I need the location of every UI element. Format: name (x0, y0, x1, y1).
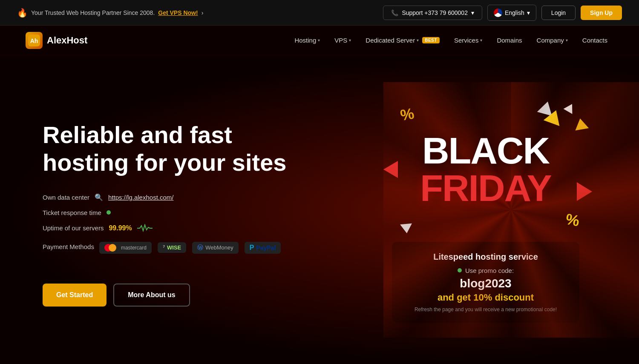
topbar-right: 📞 Support +373 79 600002 ▾ English ▾ Log… (383, 5, 622, 21)
wise-icon: ⁷ (163, 244, 165, 251)
vps-link[interactable]: Get VPS Now! (158, 9, 198, 16)
webmoney-badge: Ⓦ WebMoney (192, 242, 239, 254)
flag-icon (494, 9, 502, 17)
green-dot-icon (106, 210, 111, 215)
refresh-text: Refresh the page and you will receive a … (409, 307, 562, 312)
nav-item-hosting[interactable]: Hosting ▾ (288, 33, 326, 47)
promo-box: Litespeed hosting service Use promo code… (392, 242, 579, 323)
nav-item-vps[interactable]: VPS ▾ (328, 33, 357, 47)
webmoney-icon: Ⓦ (197, 244, 203, 252)
search-icon: 🔍 (95, 193, 103, 201)
vps-arrow: › (201, 9, 204, 16)
topbar: 🔥 Your Trusted Web Hosting Partner Since… (0, 0, 639, 26)
more-about-button[interactable]: More About us (113, 284, 190, 307)
nav-label-domains: Domains (497, 37, 522, 44)
green-dot-promo (458, 268, 462, 272)
nav-label-vps: VPS (334, 37, 347, 44)
wise-label: WISE (167, 244, 181, 251)
black-text: BLACK (420, 132, 551, 169)
nav-label-services: Services (454, 37, 479, 44)
feature-ticket: Ticket response time (43, 209, 324, 216)
logo[interactable]: Ah AlexHost (26, 32, 87, 49)
tagline: Your Trusted Web Hosting Partner Since 2… (31, 9, 155, 16)
chevron-down-icon: ▾ (480, 38, 482, 43)
triangle-decoration (577, 182, 592, 201)
triangle-decoration (383, 161, 398, 178)
topbar-left: 🔥 Your Trusted Web Hosting Partner Since… (17, 8, 203, 18)
support-button[interactable]: 📞 Support +373 79 600002 ▾ (383, 6, 482, 20)
friday-text: FRIDAY (420, 169, 551, 207)
nav-item-contacts[interactable]: Contacts (576, 33, 613, 47)
paypal-icon: P (250, 244, 254, 252)
navbar: Ah AlexHost Hosting ▾ VPS ▾ Dedicated Se… (0, 26, 639, 55)
phone-icon: 📞 (391, 9, 398, 16)
use-code-row: Use promo code: (409, 267, 562, 274)
percent-badge-topleft: % (399, 104, 416, 124)
datacenter-label: Own data center (43, 194, 89, 201)
login-button[interactable]: Login (541, 6, 576, 20)
uptime-value: 99.99% (109, 224, 132, 232)
nav-item-dedicated[interactable]: Dedicated Server ▾ BEST (360, 33, 446, 47)
wise-badge: ⁷ WISE (158, 242, 186, 253)
litespeed-label: Litespeed hosting service (409, 252, 562, 262)
payment-label: Payment Methods (43, 243, 94, 250)
percent-badge-bottomright: % (564, 210, 581, 230)
chevron-down-icon: ▾ (527, 9, 530, 16)
promo-code-value: blog2023 (409, 277, 562, 290)
discount-text: and get 10% discount (409, 292, 562, 303)
get-started-button[interactable]: Get Started (43, 284, 106, 307)
nav-label-company: Company (537, 37, 564, 44)
triangle-decoration (400, 223, 413, 233)
chevron-down-icon: ▾ (318, 38, 320, 43)
use-code-label: Use promo code: (465, 267, 514, 274)
triangle-decoration (573, 117, 589, 130)
language-button[interactable]: English ▾ (487, 5, 536, 21)
hero-title: Reliable and fast hosting for your sites (43, 121, 298, 176)
nav-links: Hosting ▾ VPS ▾ Dedicated Server ▾ BEST … (288, 33, 613, 47)
hero-buttons: Get Started More About us (43, 284, 324, 307)
webmoney-label: WebMoney (205, 244, 233, 251)
chevron-down-icon: ▾ (471, 9, 474, 16)
nav-item-services[interactable]: Services ▾ (448, 33, 489, 47)
nav-label-dedicated: Dedicated Server (366, 37, 415, 44)
mastercard-label: mastercard (121, 245, 147, 251)
chevron-down-icon: ▾ (349, 38, 351, 43)
support-label: Support +373 79 600002 (402, 9, 468, 16)
language-label: English (505, 9, 524, 16)
nav-item-company[interactable]: Company ▾ (531, 33, 574, 47)
best-badge: BEST (422, 37, 440, 43)
black-friday-visual: % % BLACK FRIDAY (375, 97, 596, 242)
signup-button[interactable]: Sign Up (581, 6, 622, 20)
hero-features: Own data center 🔍 https://lg.alexhost.co… (43, 193, 324, 254)
feature-datacenter: Own data center 🔍 https://lg.alexhost.co… (43, 193, 324, 201)
feature-payment: Payment Methods mastercard ⁷ WISE Ⓦ (43, 240, 324, 254)
hero-right: % % BLACK FRIDAY Litespeed hosting servi… (349, 55, 639, 364)
payment-methods: mastercard ⁷ WISE Ⓦ WebMoney P PayPal (99, 242, 281, 254)
datacenter-link[interactable]: https://lg.alexhost.com/ (108, 194, 173, 201)
mastercard-badge: mastercard (99, 242, 152, 254)
logo-text: AlexHost (47, 35, 87, 46)
paypal-badge: P PayPal (245, 242, 281, 254)
fire-icon: 🔥 (17, 8, 28, 18)
chevron-down-icon: ▾ (417, 38, 419, 43)
logo-icon: Ah (26, 32, 43, 49)
chevron-down-icon: ▾ (566, 38, 568, 43)
uptime-label: Uptime of our servers (43, 224, 104, 232)
nav-item-domains[interactable]: Domains (491, 33, 528, 47)
hero-left: Reliable and fast hosting for your sites… (0, 55, 349, 364)
hero-section: Reliable and fast hosting for your sites… (0, 55, 639, 364)
pulse-icon (137, 224, 153, 232)
mastercard-icon (104, 244, 116, 252)
black-friday-text: BLACK FRIDAY (420, 132, 551, 207)
feature-uptime: Uptime of our servers 99.99% (43, 224, 324, 232)
nav-label-contacts: Contacts (582, 37, 607, 44)
paypal-label: PayPal (256, 244, 276, 251)
svg-text:Ah: Ah (30, 37, 38, 44)
ticket-label: Ticket response time (43, 209, 101, 216)
triangle-decoration (564, 101, 577, 114)
nav-label-hosting: Hosting (294, 37, 316, 44)
